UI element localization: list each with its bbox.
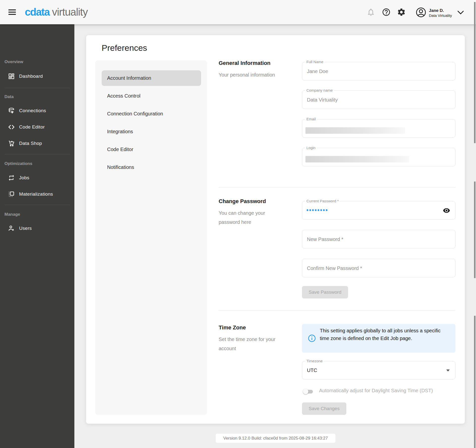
change-password-subheading: You can change your password here bbox=[219, 209, 283, 227]
tab-access-control[interactable]: Access Control bbox=[102, 88, 201, 104]
confirm-new-password-placeholder: Confirm New Password * bbox=[307, 265, 362, 271]
chevron-down-icon bbox=[457, 11, 464, 15]
section-divider bbox=[219, 187, 455, 187]
dashboard-icon bbox=[8, 73, 15, 80]
sidebar-item-jobs[interactable]: Jobs bbox=[0, 170, 74, 186]
user-name: Jane D. bbox=[429, 8, 452, 13]
save-password-button[interactable]: Save Password bbox=[302, 286, 348, 298]
save-changes-button[interactable]: Save Changes bbox=[302, 402, 346, 415]
timezone-info-alert: This setting applies globally to all job… bbox=[302, 324, 455, 353]
repeat-icon bbox=[8, 174, 15, 181]
full-name-label: Full Name bbox=[305, 60, 325, 64]
sidebar-item-code-editor[interactable]: Code Editor bbox=[0, 119, 74, 135]
sidebar-item-data-shop[interactable]: Data Shop bbox=[0, 135, 74, 151]
user-gear-icon bbox=[8, 225, 15, 232]
code-icon bbox=[8, 124, 15, 131]
nav-section-optimizations: Optimizations bbox=[4, 161, 32, 166]
avatar-icon bbox=[416, 7, 426, 19]
general-information-heading: General Information bbox=[219, 60, 270, 66]
time-zone-subheading: Set the time zone for your account bbox=[219, 335, 281, 353]
current-password-masked-value: •••••••• bbox=[306, 207, 328, 213]
nav-section-overview: Overview bbox=[4, 59, 23, 64]
materialization-icon bbox=[8, 191, 15, 198]
email-redacted-value bbox=[305, 127, 405, 134]
app-logo: cdata virtuality bbox=[25, 6, 88, 18]
change-password-heading: Change Password bbox=[219, 198, 266, 205]
tab-integrations[interactable]: Integrations bbox=[102, 124, 201, 139]
email-field[interactable]: Email bbox=[302, 119, 455, 138]
nav-divider bbox=[4, 205, 70, 205]
full-name-value: Jane Doe bbox=[307, 68, 328, 74]
timezone-select[interactable]: Timezone UTC bbox=[302, 361, 455, 379]
current-password-label: Current Password * bbox=[305, 199, 340, 203]
preferences-card: Preferences Account Information Access C… bbox=[86, 35, 465, 424]
sidebar-item-connections[interactable]: Connections bbox=[0, 103, 74, 119]
sidebar-item-users[interactable]: Users bbox=[0, 220, 74, 236]
sidebar-item-materializations[interactable]: Materializations bbox=[0, 186, 74, 202]
dst-toggle[interactable] bbox=[303, 389, 313, 394]
user-menu[interactable]: Jane D. Data Virtuality bbox=[416, 7, 464, 19]
nav-divider bbox=[4, 154, 70, 154]
cart-icon bbox=[8, 140, 15, 147]
logo-cdata: cdata bbox=[25, 6, 50, 18]
hamburger-menu-icon[interactable] bbox=[8, 9, 16, 15]
page-title: Preferences bbox=[102, 43, 147, 53]
timezone-alert-text: This setting applies globally to all job… bbox=[320, 327, 451, 342]
company-name-field[interactable]: Company name Data Virtuality bbox=[302, 90, 455, 109]
user-company: Data Virtuality bbox=[429, 13, 452, 18]
login-label: Login bbox=[305, 146, 317, 150]
section-divider bbox=[219, 311, 455, 311]
login-redacted-value bbox=[305, 156, 409, 162]
general-information-subheading: Your personal information bbox=[219, 70, 286, 79]
timezone-select-value: UTC bbox=[307, 368, 317, 373]
connections-icon bbox=[8, 107, 15, 114]
logo-virtuality: virtuality bbox=[52, 6, 88, 18]
company-name-label: Company name bbox=[305, 88, 334, 92]
nav-section-manage: Manage bbox=[4, 212, 20, 217]
full-name-field[interactable]: Full Name Jane Doe bbox=[302, 62, 455, 80]
timezone-select-label: Timezone bbox=[305, 359, 324, 363]
new-password-field[interactable]: New Password * bbox=[302, 230, 455, 248]
dropdown-caret-icon bbox=[446, 369, 450, 371]
scrollbar-thumb[interactable] bbox=[474, 316, 476, 448]
preferences-tab-list: Account Information Access Control Conne… bbox=[95, 60, 207, 415]
tab-code-editor[interactable]: Code Editor bbox=[102, 142, 201, 157]
version-footer: Version 9.12.0 Build: cface0d from 2025-… bbox=[216, 434, 335, 443]
confirm-new-password-field[interactable]: Confirm New Password * bbox=[302, 259, 455, 277]
info-icon bbox=[308, 334, 316, 342]
scrollbar-thumb[interactable] bbox=[474, 2, 476, 143]
sidebar-item-dashboard[interactable]: Dashboard bbox=[0, 68, 74, 84]
email-label: Email bbox=[305, 117, 317, 121]
app-root: cdata virtuality Jane D. Data Virtuality bbox=[0, 0, 476, 448]
new-password-placeholder: New Password * bbox=[307, 236, 343, 242]
tab-account-information[interactable]: Account Information bbox=[102, 70, 201, 86]
scrollbar-thumb[interactable] bbox=[474, 182, 476, 278]
tab-connection-configuration[interactable]: Connection Configuration bbox=[102, 106, 201, 122]
time-zone-heading: Time Zone bbox=[219, 324, 246, 331]
show-password-eye-icon[interactable] bbox=[443, 207, 450, 214]
help-icon[interactable] bbox=[382, 8, 391, 17]
company-name-value: Data Virtuality bbox=[307, 97, 338, 103]
settings-gear-icon[interactable] bbox=[397, 8, 406, 17]
tab-notifications[interactable]: Notifications bbox=[102, 159, 201, 175]
nav-section-data: Data bbox=[4, 94, 14, 99]
nav-divider bbox=[4, 88, 70, 88]
login-field[interactable]: Login bbox=[302, 148, 455, 166]
current-password-field[interactable]: Current Password * •••••••• bbox=[302, 201, 455, 220]
top-header: cdata virtuality Jane D. Data Virtuality bbox=[0, 0, 476, 24]
sidebar-nav: Overview Dashboard Data Connect bbox=[0, 24, 74, 448]
notifications-bell-icon[interactable] bbox=[366, 8, 375, 17]
dst-toggle-label: Automatically adjust for Daylight Saving… bbox=[319, 388, 433, 394]
